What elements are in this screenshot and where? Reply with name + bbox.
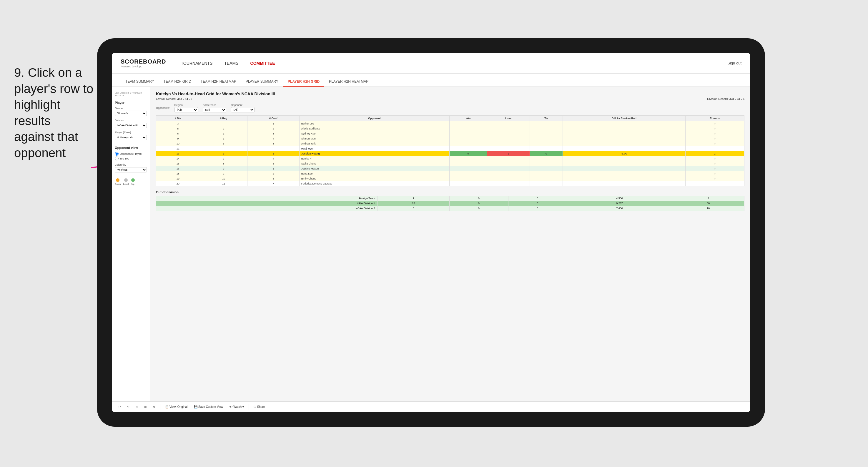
instruction-text: 9. Click on a player's row to highlight …	[14, 65, 94, 161]
out-of-division-title: Out of division	[156, 190, 744, 194]
col-loss: Loss	[487, 116, 530, 121]
sidebar-opponent-view-label: Opponent view	[115, 146, 147, 150]
toolbar-view-original[interactable]: 📋 View: Original	[163, 404, 189, 409]
table-row[interactable]: 1691Jessica Mason○	[156, 166, 744, 171]
tab-team-summary[interactable]: TEAM SUMMARY	[121, 77, 159, 87]
logo-title: SCOREBOARD	[121, 58, 166, 65]
table-row[interactable]: 1822Euna Lee○	[156, 171, 744, 176]
opponent-filter-label: Opponent	[231, 103, 254, 106]
toolbar-separator-2	[249, 404, 249, 410]
table-row-highlighted[interactable]: 1311 Jessica Huang 0 1 0 -3.00 2	[156, 151, 744, 156]
table-row[interactable]: 1585Stella Cheng○	[156, 161, 744, 166]
table-header-row: # Div # Reg # Conf Opponent Win Loss Tie…	[156, 116, 744, 121]
region-select[interactable]: (All)	[175, 107, 198, 113]
ood-table: Foreign Team 1004.5002 NAIA Division 1 1…	[156, 196, 744, 211]
radio-top100[interactable]: Top 100	[115, 157, 147, 160]
sidebar: Last Updated: 27/03/2024 16:55:28 Player…	[112, 87, 150, 401]
sidebar-radio-group: Opponents Played Top 100	[115, 152, 147, 160]
bottom-toolbar: ↩ ↪ ⎘ ⊞ ↺ 📋 View: Original 💾 Save Custom…	[112, 401, 750, 412]
chart-subtitle: Overall Record: 353 - 34 - 6 Division Re…	[156, 97, 744, 101]
filter-opponent: Opponent (All)	[231, 103, 254, 113]
conference-label: Conference	[203, 103, 226, 106]
table-row[interactable]: 1063Andrea York○	[156, 141, 744, 146]
sidebar-gender-label: Gender	[115, 107, 147, 110]
legend-down-dot	[116, 178, 120, 182]
table-row[interactable]: 613Sydney Kuo○	[156, 131, 744, 136]
tab-team-h2h-heatmap[interactable]: TEAM H2H HEATMAP	[196, 77, 241, 87]
top-nav: SCOREBOARD Powered by clippd TOURNAMENTS…	[112, 53, 750, 73]
sign-out-button[interactable]: Sign out	[727, 61, 742, 65]
opponent-select[interactable]: (All)	[231, 107, 254, 113]
opponents-label: Opponents:	[156, 106, 170, 110]
col-conf: # Conf	[247, 116, 300, 121]
sidebar-colour-by-select[interactable]: Win/loss	[115, 167, 147, 173]
region-label: Region	[175, 103, 198, 106]
table-row[interactable]: 20117Federica Domecq Lacroze	[156, 181, 744, 186]
legend-level-dot	[124, 178, 128, 182]
overall-record: Overall Record: 353 - 34 - 6	[156, 97, 192, 101]
conference-select[interactable]: (All)	[203, 107, 226, 113]
out-of-division: Out of division Foreign Team 1004.5002 N…	[156, 190, 744, 211]
logo-subtitle: Powered by clippd	[121, 65, 166, 68]
nav-teams[interactable]: TEAMS	[224, 59, 238, 67]
toolbar-undo[interactable]: ↩	[117, 404, 122, 409]
sidebar-player-rank-label: Player (Rank)	[115, 131, 147, 134]
col-diff: Diff Av Strokes/Rnd	[563, 116, 685, 121]
tab-team-h2h-grid[interactable]: TEAM H2H GRID	[159, 77, 196, 87]
col-tie: Tie	[530, 116, 563, 121]
filters-row: Opponents: Region (All) Conference (All)	[156, 103, 744, 113]
sidebar-player-section: Player	[115, 101, 147, 104]
nav-items: TOURNAMENTS TEAMS COMMITTEE	[181, 59, 727, 67]
sidebar-colour-by-label: Colour by	[115, 163, 147, 166]
ood-row[interactable]: NCAA Division 2 5007.40010	[156, 206, 744, 211]
sidebar-player-rank-select[interactable]: 8. Katelyn Vo	[115, 135, 147, 140]
toolbar-save-custom[interactable]: 💾 Save Custom View	[192, 404, 225, 409]
nav-committee[interactable]: COMMITTEE	[250, 59, 275, 67]
sub-nav: TEAM SUMMARY TEAM H2H GRID TEAM H2H HEAT…	[112, 73, 750, 87]
filter-conference: Conference (All)	[203, 103, 226, 113]
sidebar-timestamp: Last Updated: 27/03/2024 16:55:28	[115, 92, 147, 97]
chart-title: Katelyn Vo Head-to-Head Grid for Women's…	[156, 92, 744, 96]
col-opponent: Opponent	[299, 116, 450, 121]
col-win: Win	[450, 116, 487, 121]
col-div: # Div	[156, 116, 200, 121]
tablet-frame: SCOREBOARD Powered by clippd TOURNAMENTS…	[97, 38, 765, 427]
toolbar-copy[interactable]: ⎘	[134, 404, 140, 409]
table-row[interactable]: 914Sharon Mun○	[156, 136, 744, 141]
tab-player-summary[interactable]: PLAYER SUMMARY	[241, 77, 283, 87]
col-rounds: Rounds	[685, 116, 744, 121]
toolbar-grid[interactable]: ⊞	[143, 404, 148, 409]
tablet-screen: SCOREBOARD Powered by clippd TOURNAMENTS…	[112, 53, 750, 412]
toolbar-share[interactable]: ⬡ Share	[252, 404, 267, 409]
col-reg: # Reg	[200, 116, 247, 121]
legend-up: Up	[131, 178, 135, 185]
table-row[interactable]: 522Alexis Sudjianto○	[156, 126, 744, 131]
sidebar-division-select[interactable]: NCAA Division III	[115, 123, 147, 128]
toolbar-redo[interactable]: ↪	[125, 404, 131, 409]
tab-player-h2h-heatmap[interactable]: PLAYER H2H HEATMAP	[324, 77, 373, 87]
table-row[interactable]: 1474Eunice Yi○	[156, 156, 744, 161]
filter-region: Region (All)	[175, 103, 198, 113]
logo: SCOREBOARD Powered by clippd	[121, 58, 166, 68]
nav-tournaments[interactable]: TOURNAMENTS	[181, 59, 212, 67]
data-area: Katelyn Vo Head-to-Head Grid for Women's…	[150, 87, 750, 401]
filter-opponents: Opponents:	[156, 106, 170, 110]
table-row[interactable]: 19106Emily Chang○	[156, 176, 744, 181]
main-content: Last Updated: 27/03/2024 16:55:28 Player…	[112, 87, 750, 401]
toolbar-watch[interactable]: 👁 Watch ▾	[228, 404, 246, 409]
grid-table: # Div # Reg # Conf Opponent Win Loss Tie…	[156, 115, 744, 186]
legend-down: Down	[115, 178, 121, 185]
ood-row[interactable]: Foreign Team 1004.5002	[156, 196, 744, 201]
sidebar-legend: Down Level Up	[115, 178, 147, 185]
sidebar-division-label: Division	[115, 119, 147, 122]
toolbar-separator-1	[160, 404, 160, 410]
toolbar-refresh[interactable]: ↺	[151, 404, 157, 409]
radio-opponents-played[interactable]: Opponents Played	[115, 152, 147, 156]
tab-player-h2h-grid[interactable]: PLAYER H2H GRID	[283, 77, 324, 87]
division-record: Division Record: 331 - 34 - 6	[707, 97, 744, 101]
legend-level: Level	[123, 178, 129, 185]
sidebar-gender-select[interactable]: Women's	[115, 111, 147, 116]
table-row[interactable]: 11Haeji Hyun	[156, 146, 744, 151]
ood-row[interactable]: NAIA Division 1 15009.26730	[156, 201, 744, 206]
table-row[interactable]: 31Esther Lee○	[156, 121, 744, 126]
